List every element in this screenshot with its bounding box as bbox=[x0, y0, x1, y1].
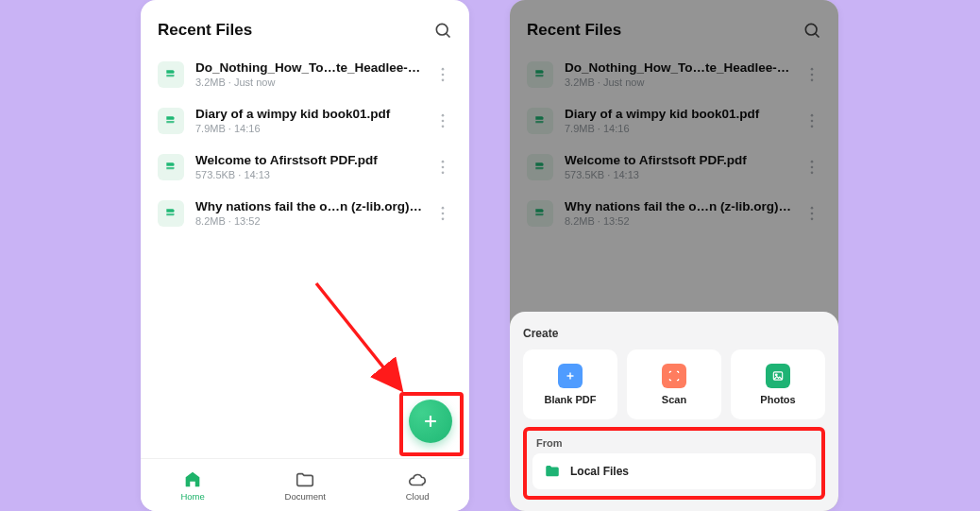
more-icon[interactable] bbox=[433, 204, 452, 223]
file-meta: 573.5KB · 14:13 bbox=[195, 169, 422, 180]
nav-label: Home bbox=[180, 491, 204, 502]
plus-icon bbox=[558, 364, 583, 388]
from-local-files[interactable]: Local Files bbox=[532, 453, 816, 489]
file-text: Do_Nothing_How_To…te_Headlee-copy.pdf 3.… bbox=[195, 60, 422, 88]
create-label: Blank PDF bbox=[544, 394, 596, 405]
add-button[interactable] bbox=[409, 400, 452, 443]
from-label: Local Files bbox=[570, 465, 629, 478]
file-list: Do_Nothing_How_To…te_Headlee-copy.pdf 3.… bbox=[141, 47, 469, 236]
nav-label: Cloud bbox=[406, 491, 430, 502]
phone-left: Recent Files Do_Nothing_How_To…te_Headle… bbox=[141, 0, 469, 511]
annotation-highlight: From Local Files bbox=[523, 427, 825, 500]
file-text: Diary of a wimpy kid book01.pdf 7.9MB · … bbox=[195, 107, 422, 134]
create-label: Scan bbox=[662, 394, 686, 405]
svg-point-3 bbox=[442, 73, 445, 76]
svg-point-10 bbox=[442, 171, 445, 174]
file-row[interactable]: Do_Nothing_How_To…te_Headlee-copy.pdf 3.… bbox=[144, 51, 465, 97]
file-title: Do_Nothing_How_To…te_Headlee-copy.pdf bbox=[195, 60, 422, 75]
svg-point-12 bbox=[442, 212, 445, 214]
file-meta: 7.9MB · 14:16 bbox=[195, 123, 422, 134]
svg-point-2 bbox=[442, 67, 445, 70]
nav-document[interactable]: Document bbox=[285, 469, 326, 502]
svg-point-6 bbox=[442, 119, 445, 122]
nav-cloud[interactable]: Cloud bbox=[406, 469, 430, 502]
pdf-icon bbox=[158, 108, 184, 134]
more-icon[interactable] bbox=[433, 111, 452, 130]
file-text: Welcome to Afirstsoft PDF.pdf 573.5KB · … bbox=[195, 153, 422, 180]
nav-home[interactable]: Home bbox=[180, 469, 204, 502]
create-options: Blank PDF Scan Photos bbox=[523, 349, 825, 419]
create-scan[interactable]: Scan bbox=[627, 349, 721, 419]
svg-line-1 bbox=[447, 34, 450, 38]
create-label: Photos bbox=[760, 394, 795, 405]
sheet-section-label: From bbox=[536, 437, 816, 449]
file-text: Why nations fail the o…n (z-lib.org).epu… bbox=[195, 199, 422, 227]
svg-point-8 bbox=[442, 160, 445, 162]
create-photos[interactable]: Photos bbox=[731, 349, 825, 419]
file-meta: 3.2MB · Just now bbox=[195, 77, 422, 88]
pdf-icon bbox=[158, 154, 184, 180]
image-icon bbox=[766, 364, 790, 388]
scan-icon bbox=[662, 364, 686, 388]
sheet-section-label: Create bbox=[523, 327, 825, 340]
file-title: Diary of a wimpy kid book01.pdf bbox=[195, 107, 422, 121]
create-blank-pdf[interactable]: Blank PDF bbox=[523, 349, 617, 419]
create-sheet: Create Blank PDF Scan Photos bbox=[510, 312, 838, 511]
folder-icon bbox=[544, 463, 561, 480]
more-icon[interactable] bbox=[433, 65, 452, 84]
header: Recent Files bbox=[141, 0, 469, 47]
svg-point-5 bbox=[442, 113, 445, 116]
svg-point-7 bbox=[442, 125, 445, 128]
file-meta: 8.2MB · 13:52 bbox=[195, 215, 422, 227]
file-row[interactable]: Why nations fail the o…n (z-lib.org).epu… bbox=[144, 190, 465, 236]
bottom-nav: Home Document Cloud bbox=[141, 458, 469, 511]
svg-point-13 bbox=[442, 217, 445, 220]
svg-point-4 bbox=[442, 78, 445, 81]
page-title: Recent Files bbox=[158, 21, 252, 40]
svg-point-9 bbox=[442, 165, 445, 168]
svg-point-0 bbox=[436, 24, 448, 35]
file-title: Why nations fail the o…n (z-lib.org).epu… bbox=[195, 199, 422, 213]
phone-right: Recent Files Do_Nothing_How_To…te_Headle… bbox=[510, 0, 838, 511]
file-row[interactable]: Diary of a wimpy kid book01.pdf 7.9MB · … bbox=[144, 97, 465, 144]
search-icon[interactable] bbox=[433, 21, 452, 40]
svg-point-11 bbox=[442, 206, 445, 209]
pdf-icon bbox=[158, 200, 184, 227]
pdf-icon bbox=[158, 61, 184, 88]
nav-label: Document bbox=[285, 491, 326, 502]
home-icon bbox=[182, 469, 203, 490]
file-title: Welcome to Afirstsoft PDF.pdf bbox=[195, 153, 422, 167]
cloud-icon bbox=[407, 469, 428, 490]
more-icon[interactable] bbox=[433, 158, 452, 177]
svg-point-34 bbox=[775, 374, 777, 376]
file-row[interactable]: Welcome to Afirstsoft PDF.pdf 573.5KB · … bbox=[144, 144, 465, 190]
folder-icon bbox=[295, 469, 315, 490]
